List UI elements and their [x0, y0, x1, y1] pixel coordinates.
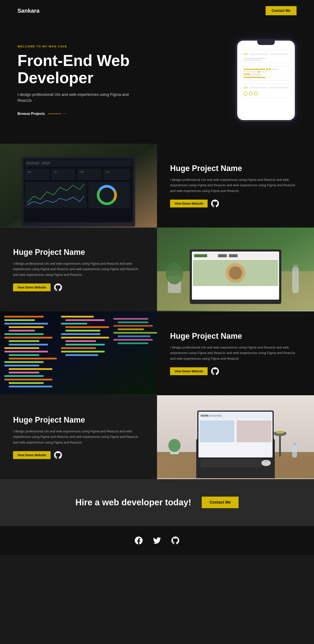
svg-rect-9	[104, 169, 130, 180]
svg-rect-72	[113, 332, 157, 334]
code-line	[251, 74, 262, 74]
svg-rect-70	[113, 325, 153, 327]
project-row-4: Huge Project Name I design professional …	[0, 395, 314, 479]
svg-rect-66	[61, 351, 105, 352]
browse-arrow-icon	[48, 111, 66, 116]
phone-card-bottom: <>	[241, 84, 291, 98]
project-name-1: Huge Project Name	[170, 164, 301, 173]
svg-rect-47	[9, 358, 57, 360]
hero-section: WELCOME TO MY MAN CAVE Front-End Web Dev…	[0, 22, 314, 144]
github-icon-1[interactable]	[211, 200, 219, 208]
svg-rect-50	[9, 368, 52, 370]
phone-card-middle	[241, 66, 291, 80]
desk-illustration: WORK ANYWHERE	[157, 395, 314, 478]
github-icon-2[interactable]	[54, 284, 62, 291]
svg-rect-38	[9, 326, 44, 328]
nav-contact-button[interactable]: Contact Me	[266, 6, 297, 15]
svg-rect-71	[118, 328, 144, 330]
svg-text:1.3k: 1.3k	[53, 171, 57, 173]
phone-line	[270, 87, 289, 88]
footer	[0, 526, 314, 555]
phone-middle-lines	[244, 68, 289, 78]
phone-circle-icon	[249, 92, 253, 96]
svg-rect-49	[4, 365, 39, 366]
demo-button-4[interactable]: View Demo Website	[13, 451, 51, 459]
code-line	[246, 72, 257, 72]
project-row-1: 2200 1.3k 4,587 6.3 k Huge Project Name …	[0, 144, 314, 228]
yellow-dot	[258, 71, 260, 73]
svg-rect-35	[4, 316, 44, 318]
hero-title: Front-End Web Developer	[17, 52, 144, 86]
svg-rect-75	[118, 342, 148, 344]
svg-rect-53	[4, 379, 52, 380]
svg-rect-46	[9, 354, 39, 356]
svg-point-90	[168, 439, 180, 452]
code-bracket-icon: <>	[244, 52, 248, 56]
svg-rect-74	[113, 339, 153, 341]
github-icon-3[interactable]	[211, 367, 219, 375]
svg-rect-54	[9, 382, 44, 384]
browse-projects-link[interactable]: Browse Projects	[17, 111, 144, 116]
project-actions-4: View Demo Website	[13, 451, 144, 459]
demo-button-1[interactable]: View Demo Website	[170, 200, 208, 208]
svg-rect-60	[65, 330, 100, 332]
svg-point-29	[229, 266, 242, 280]
code-line	[244, 75, 261, 76]
project-desc-2: I design professional UIs and web experi…	[13, 261, 144, 278]
project-row-2: Huge Project Name I design professional …	[0, 228, 314, 312]
svg-rect-7	[51, 169, 75, 180]
svg-point-88	[276, 430, 284, 434]
svg-rect-58	[61, 323, 87, 324]
svg-rect-69	[118, 322, 148, 323]
twitter-icon[interactable]	[153, 536, 161, 544]
svg-rect-26	[229, 254, 238, 257]
navbar: Sankara Contact Me	[0, 0, 314, 22]
svg-rect-67	[65, 354, 98, 356]
github-icon-4[interactable]	[54, 451, 62, 459]
svg-rect-36	[4, 319, 35, 321]
svg-rect-95	[201, 458, 262, 467]
svg-rect-51	[9, 372, 39, 374]
project-image-code	[0, 312, 157, 395]
svg-text:6.3 k: 6.3 k	[106, 171, 110, 173]
svg-rect-14	[25, 182, 86, 208]
hire-contact-button[interactable]: Contact Me	[202, 496, 239, 508]
svg-rect-61	[61, 333, 100, 335]
svg-rect-25	[218, 254, 227, 257]
demo-button-3[interactable]: View Demo Website	[170, 367, 208, 375]
project-actions-1: View Demo Website	[170, 200, 301, 208]
project-actions-3: View Demo Website	[170, 367, 301, 375]
svg-text:ANYWHERE: ANYWHERE	[209, 415, 222, 417]
yellow-line	[244, 69, 265, 70]
hero-title-line1: Front-End Web	[17, 52, 130, 69]
browse-projects-label: Browse Projects	[17, 112, 45, 116]
svg-rect-68	[113, 318, 148, 320]
svg-rect-8	[77, 169, 101, 180]
code-line	[261, 72, 267, 72]
phone-circle-icon	[254, 92, 258, 96]
project-row-3: Huge Project Name I design professional …	[0, 312, 314, 395]
gray-dot	[244, 71, 245, 73]
project-info-2: Huge Project Name I design professional …	[0, 228, 157, 312]
github-footer-icon[interactable]	[171, 536, 179, 544]
phone-mockup: <>	[236, 39, 297, 122]
demo-button-2[interactable]: View Demo Website	[13, 284, 51, 291]
code-bracket-icon: <>	[244, 86, 248, 90]
facebook-icon[interactable]	[135, 536, 143, 544]
yellow-line	[244, 77, 265, 78]
svg-rect-33	[293, 265, 298, 269]
svg-rect-24	[194, 254, 207, 257]
code-illustration	[0, 312, 157, 394]
svg-rect-39	[9, 330, 35, 332]
project-desc-1: I design professional UIs and web experi…	[170, 177, 301, 194]
svg-rect-4	[26, 162, 39, 164]
svg-rect-55	[9, 386, 52, 388]
phone-line	[249, 54, 268, 54]
project-info-1: Huge Project Name I design professional …	[157, 144, 314, 228]
svg-rect-37	[4, 323, 48, 324]
project-name-2: Huge Project Name	[13, 248, 144, 257]
svg-rect-85	[237, 420, 272, 442]
hire-text: Hire a web developer today!	[75, 498, 191, 507]
svg-rect-42	[9, 340, 39, 342]
svg-rect-44	[4, 347, 39, 349]
